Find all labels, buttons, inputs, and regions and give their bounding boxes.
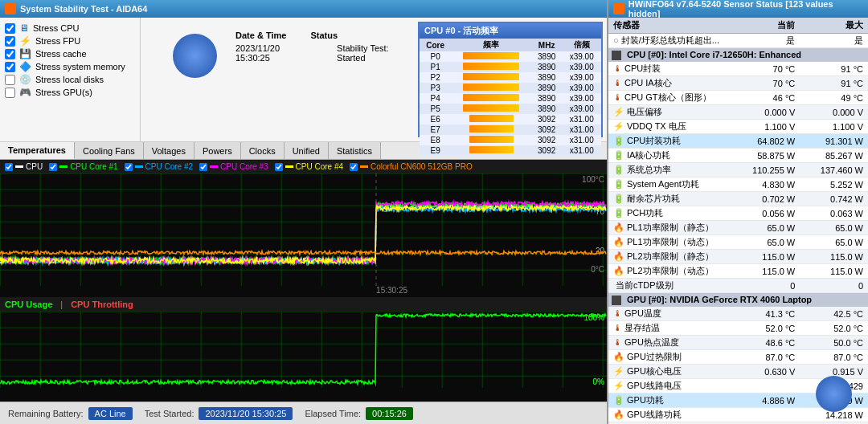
battery-label: Remaining Battery:	[8, 409, 84, 418]
hwinfo-data-row: 🔥PL1功率限制（动态） 65.0 W 65.0 W	[608, 235, 868, 250]
usage-chart-container: CPU Usage | CPU Throttling 100% 0% 100% …	[0, 297, 607, 402]
usage-separator: |	[60, 300, 63, 309]
core-name: E7	[420, 124, 451, 135]
temp-legend: CPU CPU Core #1 CPU Core #2 CPU Core #3	[0, 160, 607, 173]
core-name: P2	[420, 72, 451, 83]
tab-unified[interactable]: Unified	[285, 142, 329, 159]
cpu-freq-table: Core 频率 MHz 倍频 P0 3890 x39.00 P1 3890 x3…	[420, 39, 601, 156]
legend-label-core3: CPU Core #3	[220, 162, 268, 171]
temp-chart-canvas	[0, 173, 607, 286]
cpu-freq-row: P2 3890 x39.00	[420, 72, 601, 83]
freq-bar-cell	[451, 93, 531, 104]
aida-top-section: 🖥 Stress CPU ⚡ Stress FPU 💾 Stress cache…	[0, 18, 607, 142]
col-max: 最大	[800, 18, 868, 34]
stress-fpu-checkbox[interactable]	[5, 36, 15, 47]
freq-bar-cell	[451, 83, 531, 93]
stress-disks-checkbox[interactable]	[5, 75, 15, 85]
cpu-freq-row: E9 3092 x31.00	[420, 145, 601, 156]
aida-panel: System Stability Test - AIDA64 🖥 Stress …	[0, 0, 608, 424]
hwinfo-data-row: 🌡CPU GT核心（图形） 46 °C 49 °C	[608, 91, 868, 105]
stress-cpu-checkbox[interactable]	[5, 23, 15, 34]
datetime-value: 2023/11/20 15:30:25	[235, 43, 305, 63]
cpu-popup-title: CPU #0 - 活动频率	[420, 23, 601, 39]
hwinfo-data-row: 🌡CPU IA核心 70 °C 91 °C	[608, 76, 868, 91]
elapsed-label: Elapsed Time:	[305, 409, 361, 418]
status-label: Status	[310, 31, 338, 40]
temp-chart-area: 100°C 70 20 0°C	[0, 173, 607, 286]
hwinfo-table: 传感器 当前 最大 ○ 封装/圩彩总线功耗超出... 是 是 CPU [#0]:…	[608, 18, 868, 424]
usage-cpu-label: CPU Usage	[5, 300, 52, 309]
core-name: P0	[420, 51, 451, 62]
info-section: Date & Time Status 2023/11/20 15:30:25 S…	[141, 18, 414, 141]
tab-voltages[interactable]: Voltages	[144, 142, 194, 159]
gpu-section-header: GPU [#0]: NVIDIA GeForce RTX 4060 Laptop	[608, 293, 868, 308]
x-axis-bar: 15:30:25	[0, 286, 607, 297]
core-name: E8	[420, 135, 451, 145]
freq-bar-cell	[451, 72, 531, 83]
stress-gpu-label: Stress GPU(s)	[35, 88, 92, 97]
charts-area: CPU CPU Core #1 CPU Core #2 CPU Core #3	[0, 160, 607, 402]
hwinfo-content[interactable]: 传感器 当前 最大 ○ 封装/圩彩总线功耗超出... 是 是 CPU [#0]:…	[608, 18, 868, 424]
hwinfo-data-row: 🔋耐余芯片功耗 0.702 W 0.742 W	[608, 192, 868, 206]
tab-temperatures[interactable]: Temperatures	[0, 142, 75, 159]
aida-title: System Stability Test - AIDA64	[20, 4, 147, 14]
stress-gpu-checkbox[interactable]	[5, 88, 15, 98]
freq-bar-cell	[451, 104, 531, 114]
info-content: Date & Time Status 2023/11/20 15:30:25 S…	[235, 24, 407, 63]
freq-mhz: 3890	[531, 51, 563, 62]
hwinfo-data-row: 🌡显存结温 52.0 °C 52.0 °C	[608, 321, 868, 336]
legend-cpu-core1: CPU Core #1	[49, 162, 117, 171]
tab-powers[interactable]: Powers	[194, 142, 241, 159]
tab-cooling-fans[interactable]: Cooling Fans	[75, 142, 144, 159]
legend-cn600: Colorful CN600 512GB PRO	[350, 162, 473, 171]
col-core: Core	[420, 39, 451, 51]
freq-mult: x31.00	[562, 114, 601, 124]
stress-options: 🖥 Stress CPU ⚡ Stress FPU 💾 Stress cache…	[0, 18, 141, 141]
x-time-label: 15:30:25	[376, 286, 407, 295]
aida-titlebar: System Stability Test - AIDA64	[0, 0, 607, 18]
freq-mhz: 3890	[531, 93, 563, 104]
datetime-label: Date & Time	[235, 31, 286, 40]
freq-mult: x39.00	[562, 72, 601, 83]
stress-cpu-label: Stress CPU	[33, 23, 79, 33]
hwinfo-data-row: 🔥GPU过热限制 87.0 °C 87.0 °C	[608, 350, 868, 365]
col-sensor: 传感器	[608, 18, 740, 34]
cpu-section-header: CPU [#0]: Intel Core i7-12650H: Enhanced	[608, 48, 868, 63]
avatar-circle	[173, 34, 217, 78]
usage-chart-area: 100% 0% 100% 0%	[0, 312, 607, 388]
freq-bar-cell	[451, 51, 531, 62]
stress-fpu-item: ⚡ Stress FPU	[5, 35, 135, 47]
freq-bar-cell	[451, 145, 531, 156]
core-name: P4	[420, 93, 451, 104]
stress-memory-label: Stress system memory	[35, 62, 125, 71]
freq-mhz: 3092	[531, 145, 563, 156]
tab-clocks[interactable]: Clocks	[241, 142, 285, 159]
legend-label-core1: CPU Core #1	[70, 162, 117, 171]
core-name: P3	[420, 83, 451, 93]
stress-memory-checkbox[interactable]	[5, 62, 15, 72]
legend-label-core2: CPU Core #2	[145, 162, 193, 171]
stress-cache-checkbox[interactable]	[5, 49, 15, 59]
hwinfo-data-row: ⚡电压偏移 0.000 V 0.000 V	[608, 105, 868, 120]
freq-bar-cell	[451, 124, 531, 135]
stress-cache-label: Stress cache	[35, 49, 87, 59]
tab-statistics[interactable]: Statistics	[329, 142, 381, 159]
legend-label-core4: CPU Core #4	[296, 162, 343, 171]
cpu-section-icon	[612, 51, 621, 60]
stress-cache-item: 💾 Stress cache	[5, 48, 135, 59]
stress-fpu-label: Stress FPU	[35, 36, 80, 46]
stress-gpu-item: 🎮 Stress GPU(s)	[5, 87, 135, 98]
aida-icon	[5, 3, 16, 14]
legend-line-core3	[210, 165, 218, 168]
legend-label-cn600: Colorful CN600 512GB PRO	[371, 162, 473, 171]
freq-mhz: 3890	[531, 62, 563, 72]
test-started-item: Test Started: 2023/11/20 15:30:25	[145, 407, 293, 420]
legend-line-core2	[135, 165, 143, 168]
freq-bar-cell	[451, 135, 531, 145]
usage-legend: CPU Usage | CPU Throttling	[0, 297, 607, 312]
hwinfo-data-row: 🔋System Agent功耗 4.830 W 5.252 W	[608, 177, 868, 192]
stress-memory-item: 🔷 Stress system memory	[5, 61, 135, 72]
hwinfo-data-row: 🔥PL2功率限制（动态） 115.0 W 115.0 W	[608, 264, 868, 279]
hwinfo-titlebar: HWiNFO64 v7.64-5240 Sensor Status [123 v…	[608, 0, 868, 18]
hwinfo-data-row: 🔋CPU封装功耗 64.802 W 91.301 W	[608, 134, 868, 149]
